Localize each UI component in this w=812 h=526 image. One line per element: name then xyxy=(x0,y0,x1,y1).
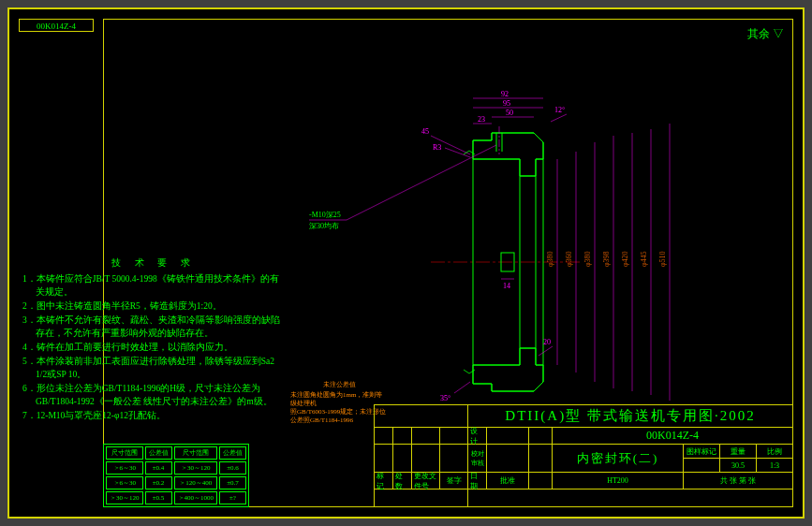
top-dims: 92 95 50 23 12° xyxy=(473,90,567,124)
svg-line-44 xyxy=(539,346,553,356)
svg-text:φ380: φ380 xyxy=(546,251,554,267)
drawing-tag: 00K014Z-4 xyxy=(19,19,94,32)
svg-text:孔深30均布: 孔深30均布 xyxy=(309,222,339,230)
svg-text:φ420: φ420 xyxy=(621,251,629,267)
tech-req-item: 2．图中未注铸造圆角半径R5，铸造斜度为1:20。 xyxy=(22,300,285,313)
svg-line-42 xyxy=(454,382,470,393)
tech-req-item: 6．形位未注公差为GB/T1184-1996的H级，尺寸未注公差为GB/T180… xyxy=(22,382,285,408)
diameter-dims: φ380 φ360 φ380 φ398 φ420 φ445 φ510 xyxy=(546,124,670,401)
svg-text:R3: R3 xyxy=(433,143,441,152)
svg-line-24 xyxy=(347,145,496,220)
material: HT200 xyxy=(553,473,684,489)
svg-text:95: 95 xyxy=(503,99,510,108)
svg-text:20: 20 xyxy=(543,338,551,346)
part-name: 内密封环(二) xyxy=(553,445,684,472)
tech-req-item: 7．12-M10与罩壳座12-φ12孔配钻。 xyxy=(22,409,285,422)
technical-requirements: 技 术 要 求 1．本铸件应符合JB/T 5000.4-1998《铸铁件通用技术… xyxy=(22,256,285,423)
lower-section xyxy=(473,348,543,391)
tech-req-title: 技 术 要 求 xyxy=(22,256,285,270)
svg-text:12-M10深25: 12-M10深25 xyxy=(309,211,341,219)
svg-text:23: 23 xyxy=(478,115,485,124)
upper-section xyxy=(473,126,543,176)
surface-finish-note: 其余 ▽ xyxy=(747,26,784,42)
svg-text:φ398: φ398 xyxy=(602,251,611,267)
svg-text:φ510: φ510 xyxy=(658,251,667,267)
svg-line-18 xyxy=(551,114,567,122)
svg-text:92: 92 xyxy=(501,90,509,98)
left-leaders: 45 R3 xyxy=(421,127,470,157)
tech-req-item: 5．本件涂装前非加工表面应进行除锈处理，除锈等级应到Sa2 1/2或SP 10。 xyxy=(22,355,285,381)
hole-callout: 12-M10深25 孔深30均布 xyxy=(309,145,496,230)
svg-text:φ380: φ380 xyxy=(583,251,592,267)
tech-req-item: 4．铸件在加工前要进行时效处理，以消除内应力。 xyxy=(22,341,285,354)
svg-text:14: 14 xyxy=(503,282,510,290)
svg-text:35°: 35° xyxy=(440,394,450,402)
svg-text:50: 50 xyxy=(506,109,513,117)
svg-text:45: 45 xyxy=(421,127,429,136)
tolerance-table: 尺寸范围公差值尺寸范围公差值 ＞6～30±0.4＞30～120±0.6 ＞6～3… xyxy=(103,444,249,507)
drawing-number: 00K014Z-4 xyxy=(553,428,792,444)
tech-req-item: 3．本铸件不允许有裂纹、疏松、夹渣和冷隔等影响强度的缺陷存在，不允许有严重影响外… xyxy=(22,314,285,340)
section-view: 92 95 50 23 12° 45 R3 12-M10 xyxy=(309,66,702,412)
svg-text:12°: 12° xyxy=(554,106,565,114)
main-title: DTII(A)型 带式输送机专用图·2002 xyxy=(468,405,792,427)
drawing-frame: 00K014Z-4 其余 ▽ xyxy=(7,7,805,519)
tech-req-item: 1．本铸件应符合JB/T 5000.4-1998《铸铁件通用技术条件》的有关规定… xyxy=(22,272,285,299)
svg-text:φ360: φ360 xyxy=(565,251,573,267)
title-block: DTII(A)型 带式输送机专用图·2002 设计 00K014Z-4 校对 审… xyxy=(374,404,793,507)
svg-text:φ445: φ445 xyxy=(640,251,648,267)
